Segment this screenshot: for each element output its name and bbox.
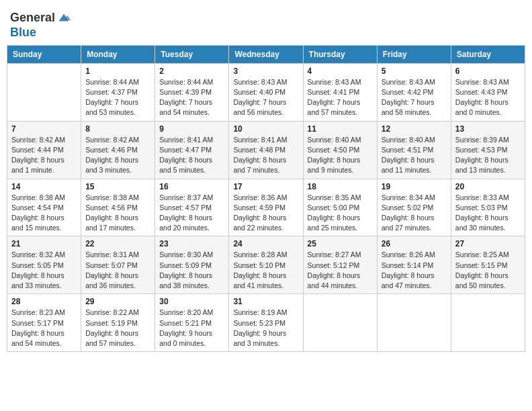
day-number: 11 <box>308 124 373 134</box>
day-info: Sunrise: 8:39 AMSunset: 4:53 PMDaylight:… <box>455 135 521 176</box>
calendar-cell: 19Sunrise: 8:34 AMSunset: 5:02 PMDayligh… <box>377 179 451 236</box>
day-info: Sunrise: 8:42 AMSunset: 4:44 PMDaylight:… <box>11 135 77 176</box>
calendar-week-5: 28Sunrise: 8:23 AMSunset: 5:17 PMDayligh… <box>7 294 525 352</box>
day-info: Sunrise: 8:40 AMSunset: 4:50 PMDaylight:… <box>308 135 373 176</box>
day-number: 22 <box>85 239 150 248</box>
calendar-cell: 5Sunrise: 8:43 AMSunset: 4:42 PMDaylight… <box>377 63 451 121</box>
day-info: Sunrise: 8:43 AMSunset: 4:43 PMDaylight:… <box>455 77 521 118</box>
calendar-cell: 14Sunrise: 8:38 AMSunset: 4:54 PMDayligh… <box>7 179 81 236</box>
day-number: 6 <box>455 66 521 76</box>
calendar-cell: 24Sunrise: 8:28 AMSunset: 5:10 PMDayligh… <box>229 236 303 294</box>
day-info: Sunrise: 8:19 AMSunset: 5:23 PMDaylight:… <box>233 308 298 349</box>
day-info: Sunrise: 8:22 AMSunset: 5:19 PMDaylight:… <box>85 308 150 349</box>
day-number: 15 <box>85 182 150 191</box>
calendar-cell: 18Sunrise: 8:35 AMSunset: 5:00 PMDayligh… <box>303 179 377 236</box>
calendar-cell: 25Sunrise: 8:27 AMSunset: 5:12 PMDayligh… <box>303 236 377 294</box>
calendar-cell: 2Sunrise: 8:44 AMSunset: 4:39 PMDaylight… <box>155 63 229 121</box>
logo-text-general: General <box>10 11 55 25</box>
calendar-cell: 29Sunrise: 8:22 AMSunset: 5:19 PMDayligh… <box>81 294 155 352</box>
day-info: Sunrise: 8:33 AMSunset: 5:03 PMDaylight:… <box>455 193 521 234</box>
calendar-table: SundayMondayTuesdayWednesdayThursdayFrid… <box>7 45 525 352</box>
column-header-sunday: Sunday <box>7 45 81 63</box>
page-header: General Blue <box>7 7 525 40</box>
day-info: Sunrise: 8:41 AMSunset: 4:47 PMDaylight:… <box>159 135 224 176</box>
day-info: Sunrise: 8:40 AMSunset: 4:51 PMDaylight:… <box>382 135 447 176</box>
calendar-cell <box>303 294 377 352</box>
day-info: Sunrise: 8:32 AMSunset: 5:05 PMDaylight:… <box>11 250 77 291</box>
day-number: 31 <box>233 297 298 306</box>
day-info: Sunrise: 8:28 AMSunset: 5:10 PMDaylight:… <box>233 250 298 291</box>
day-number: 9 <box>159 124 224 134</box>
day-info: Sunrise: 8:25 AMSunset: 5:15 PMDaylight:… <box>455 250 521 291</box>
calendar-cell: 17Sunrise: 8:36 AMSunset: 4:59 PMDayligh… <box>229 179 303 236</box>
day-info: Sunrise: 8:20 AMSunset: 5:21 PMDaylight:… <box>159 308 224 349</box>
calendar-cell: 1Sunrise: 8:44 AMSunset: 4:37 PMDaylight… <box>81 63 155 121</box>
calendar-cell: 7Sunrise: 8:42 AMSunset: 4:44 PMDaylight… <box>7 121 81 179</box>
column-header-saturday: Saturday <box>451 45 525 63</box>
calendar-week-3: 14Sunrise: 8:38 AMSunset: 4:54 PMDayligh… <box>7 179 525 236</box>
calendar-cell: 6Sunrise: 8:43 AMSunset: 4:43 PMDaylight… <box>451 63 525 121</box>
column-header-friday: Friday <box>377 45 451 63</box>
calendar-cell: 27Sunrise: 8:25 AMSunset: 5:15 PMDayligh… <box>451 236 525 294</box>
calendar-week-1: 1Sunrise: 8:44 AMSunset: 4:37 PMDaylight… <box>7 63 525 121</box>
calendar-cell: 26Sunrise: 8:26 AMSunset: 5:14 PMDayligh… <box>377 236 451 294</box>
calendar-week-4: 21Sunrise: 8:32 AMSunset: 5:05 PMDayligh… <box>7 236 525 294</box>
day-number: 12 <box>382 124 447 134</box>
calendar-cell: 8Sunrise: 8:42 AMSunset: 4:46 PMDaylight… <box>81 121 155 179</box>
calendar-week-2: 7Sunrise: 8:42 AMSunset: 4:44 PMDaylight… <box>7 121 525 179</box>
day-number: 28 <box>11 297 77 306</box>
day-number: 18 <box>308 182 373 191</box>
calendar-cell: 22Sunrise: 8:31 AMSunset: 5:07 PMDayligh… <box>81 236 155 294</box>
day-number: 4 <box>308 66 373 76</box>
calendar-cell: 3Sunrise: 8:43 AMSunset: 4:40 PMDaylight… <box>229 63 303 121</box>
calendar-cell <box>7 63 81 121</box>
calendar-cell: 13Sunrise: 8:39 AMSunset: 4:53 PMDayligh… <box>451 121 525 179</box>
day-number: 1 <box>85 66 150 76</box>
calendar-cell: 21Sunrise: 8:32 AMSunset: 5:05 PMDayligh… <box>7 236 81 294</box>
calendar-cell: 4Sunrise: 8:43 AMSunset: 4:41 PMDaylight… <box>303 63 377 121</box>
day-number: 23 <box>159 239 224 248</box>
calendar-cell: 9Sunrise: 8:41 AMSunset: 4:47 PMDaylight… <box>155 121 229 179</box>
day-number: 25 <box>308 239 373 248</box>
day-number: 17 <box>233 182 298 191</box>
calendar-cell: 28Sunrise: 8:23 AMSunset: 5:17 PMDayligh… <box>7 294 81 352</box>
day-number: 30 <box>159 297 224 306</box>
day-info: Sunrise: 8:43 AMSunset: 4:41 PMDaylight:… <box>308 77 373 118</box>
day-number: 13 <box>455 124 521 134</box>
day-info: Sunrise: 8:38 AMSunset: 4:56 PMDaylight:… <box>85 193 150 234</box>
day-info: Sunrise: 8:43 AMSunset: 4:40 PMDaylight:… <box>233 77 298 118</box>
day-number: 7 <box>11 124 77 134</box>
day-info: Sunrise: 8:44 AMSunset: 4:37 PMDaylight:… <box>85 77 150 118</box>
calendar-cell: 15Sunrise: 8:38 AMSunset: 4:56 PMDayligh… <box>81 179 155 236</box>
day-number: 27 <box>455 239 521 248</box>
column-header-monday: Monday <box>81 45 155 63</box>
calendar-cell: 16Sunrise: 8:37 AMSunset: 4:57 PMDayligh… <box>155 179 229 236</box>
day-number: 26 <box>382 239 447 248</box>
day-info: Sunrise: 8:26 AMSunset: 5:14 PMDaylight:… <box>382 250 447 291</box>
day-info: Sunrise: 8:43 AMSunset: 4:42 PMDaylight:… <box>382 77 447 118</box>
day-number: 5 <box>382 66 447 76</box>
calendar-cell: 10Sunrise: 8:41 AMSunset: 4:48 PMDayligh… <box>229 121 303 179</box>
day-info: Sunrise: 8:36 AMSunset: 4:59 PMDaylight:… <box>233 193 298 234</box>
calendar-cell: 12Sunrise: 8:40 AMSunset: 4:51 PMDayligh… <box>377 121 451 179</box>
day-number: 29 <box>85 297 150 306</box>
day-info: Sunrise: 8:42 AMSunset: 4:46 PMDaylight:… <box>85 135 150 176</box>
day-info: Sunrise: 8:41 AMSunset: 4:48 PMDaylight:… <box>233 135 298 176</box>
day-number: 21 <box>11 239 77 248</box>
day-info: Sunrise: 8:38 AMSunset: 4:54 PMDaylight:… <box>11 193 77 234</box>
day-number: 19 <box>382 182 447 191</box>
calendar-cell: 20Sunrise: 8:33 AMSunset: 5:03 PMDayligh… <box>451 179 525 236</box>
day-number: 20 <box>455 182 521 191</box>
day-number: 8 <box>85 124 150 134</box>
logo-text-blue: Blue <box>10 26 71 40</box>
calendar-cell: 23Sunrise: 8:30 AMSunset: 5:09 PMDayligh… <box>155 236 229 294</box>
day-info: Sunrise: 8:30 AMSunset: 5:09 PMDaylight:… <box>159 250 224 291</box>
calendar-cell: 30Sunrise: 8:20 AMSunset: 5:21 PMDayligh… <box>155 294 229 352</box>
column-header-thursday: Thursday <box>303 45 377 63</box>
day-number: 14 <box>11 182 77 191</box>
day-info: Sunrise: 8:31 AMSunset: 5:07 PMDaylight:… <box>85 250 150 291</box>
column-header-wednesday: Wednesday <box>229 45 303 63</box>
day-number: 16 <box>159 182 224 191</box>
day-info: Sunrise: 8:34 AMSunset: 5:02 PMDaylight:… <box>382 193 447 234</box>
day-info: Sunrise: 8:23 AMSunset: 5:17 PMDaylight:… <box>11 308 77 349</box>
